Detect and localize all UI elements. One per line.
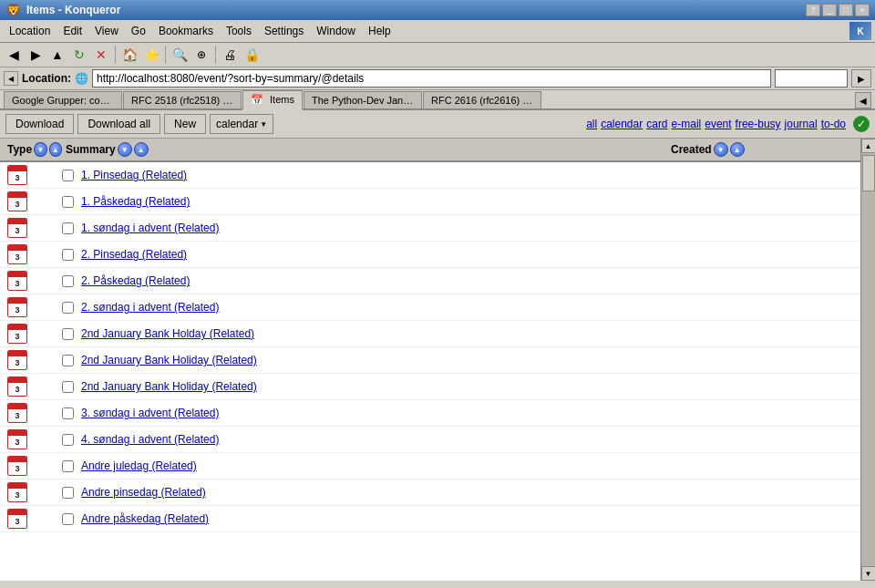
item-checkbox[interactable] (62, 222, 74, 234)
back-button[interactable]: ◀ (4, 45, 24, 65)
sort-summary-asc[interactable]: ▲ (134, 142, 149, 157)
check-icon: ✓ (853, 116, 870, 132)
quick-link-event[interactable]: event (705, 118, 731, 130)
scrollbar[interactable]: ▲ ▼ (860, 139, 875, 581)
calendar-item-icon: 3 (7, 165, 27, 185)
item-summary-col: 1. Påskedag (Related) (81, 195, 853, 208)
reload-button[interactable]: ↻ (69, 45, 89, 65)
item-link[interactable]: Andre juledag (Related) (81, 459, 197, 472)
sidebar-toggle[interactable]: ◀ (4, 71, 18, 86)
bookmarks-button[interactable]: ⭐ (141, 45, 161, 65)
item-checkbox[interactable] (62, 487, 74, 499)
item-summary-col: 2nd January Bank Holiday (Related) (81, 354, 853, 366)
close-button[interactable]: × (855, 4, 870, 16)
tab-items-favicon: 📅 (251, 94, 263, 105)
item-link[interactable]: Andre påskedag (Related) (81, 512, 209, 525)
quick-link-to-do[interactable]: to-do (821, 118, 846, 130)
quick-link-journal[interactable]: journal (785, 118, 818, 130)
calendar-item-icon: 3 (7, 350, 27, 370)
security-button[interactable]: 🔒 (242, 45, 262, 65)
item-checkbox[interactable] (62, 196, 74, 208)
item-checkbox[interactable] (62, 434, 74, 446)
calendar-item-icon: 3 (7, 297, 27, 317)
menu-settings[interactable]: Settings (259, 23, 309, 39)
calendar-dropdown[interactable]: calendar ▼ (210, 114, 273, 134)
item-checkbox[interactable] (62, 302, 74, 314)
stop-button[interactable]: ✕ (91, 45, 111, 65)
scroll-up-button[interactable]: ▲ (861, 139, 876, 153)
item-checkbox[interactable] (62, 249, 74, 261)
menu-go[interactable]: Go (126, 23, 151, 39)
item-link[interactable]: 4. søndag i advent (Related) (81, 433, 219, 446)
item-link[interactable]: 2nd January Bank Holiday (Related) (81, 380, 257, 393)
location-input[interactable] (92, 69, 771, 88)
sort-type-desc[interactable]: ▼ (34, 142, 46, 157)
forward-button[interactable]: ▶ (26, 45, 46, 65)
zoom-out-button[interactable]: 🔍 (170, 45, 190, 65)
item-link[interactable]: 1. Påskedag (Related) (81, 195, 190, 208)
item-checkbox[interactable] (62, 328, 74, 340)
item-link[interactable]: 1. Pinsedag (Related) (81, 169, 187, 181)
menu-view[interactable]: View (89, 23, 124, 39)
tab-python-dev[interactable]: The Python-Dev January 200... (304, 91, 422, 108)
scroll-thumb[interactable] (862, 155, 875, 191)
help-button[interactable]: ? (806, 4, 820, 16)
calendar-item-icon: 3 (7, 509, 27, 529)
tab-rfc2616[interactable]: RFC 2616 (rfc2616) - Hyper... (423, 91, 541, 108)
item-checkbox[interactable] (62, 513, 74, 525)
item-link[interactable]: 2nd January Bank Holday (Related) (81, 327, 254, 340)
tab-rfc2518[interactable]: RFC 2518 (rfc2518) - HTTP ... (123, 91, 242, 108)
item-checkbox[interactable] (62, 170, 74, 181)
item-checkbox[interactable] (62, 407, 74, 419)
item-checkbox[interactable] (62, 355, 74, 366)
sort-summary-desc[interactable]: ▼ (118, 142, 132, 157)
item-type-col: 3 (7, 509, 62, 529)
quick-link-free-busy[interactable]: free-busy (736, 118, 781, 130)
search-input[interactable] (775, 69, 848, 88)
list-item: 3 Andre juledag (Related) (0, 453, 860, 480)
new-button[interactable]: New (164, 114, 206, 134)
item-checkbox[interactable] (62, 460, 74, 472)
zoom-in-button[interactable]: ⊕ (191, 45, 211, 65)
item-link[interactable]: 2. Påskedag (Related) (81, 274, 190, 287)
download-button[interactable]: Download (5, 114, 74, 134)
home-button[interactable]: 🏠 (119, 45, 139, 65)
location-favicon: 🌐 (75, 72, 88, 85)
download-all-button[interactable]: Download all (77, 114, 160, 134)
tab-google-grupper[interactable]: Google Grupper: comp.lang.... (4, 91, 122, 108)
quick-link-calendar[interactable]: calendar (601, 118, 643, 130)
quick-link-all[interactable]: all (586, 118, 597, 130)
items-list: 3 1. Pinsedag (Related) 3 1. Påskedag (R… (0, 162, 860, 532)
print-button[interactable]: 🖨 (220, 45, 240, 65)
up-button[interactable]: ▲ (47, 45, 67, 65)
menu-bookmarks[interactable]: Bookmarks (153, 23, 219, 39)
item-summary-col: 2. Påskedag (Related) (81, 274, 853, 287)
scroll-down-button[interactable]: ▼ (861, 566, 876, 581)
minimize-button[interactable]: _ (822, 4, 837, 16)
quick-link-card[interactable]: card (646, 118, 667, 130)
menu-window[interactable]: Window (311, 23, 361, 39)
item-link[interactable]: 2. Pinsedag (Related) (81, 248, 187, 261)
maximize-button[interactable]: □ (839, 4, 853, 16)
item-link[interactable]: 3. søndag i advent (Related) (81, 407, 219, 419)
item-link[interactable]: 2nd January Bank Holiday (Related) (81, 354, 257, 366)
konqueror-logo: K (849, 22, 871, 40)
sort-created-asc[interactable]: ▲ (730, 142, 745, 157)
tabs-end-button[interactable]: ◀ (855, 92, 871, 108)
quick-link-email[interactable]: e-mail (672, 118, 702, 130)
dropdown-arrow-icon: ▼ (260, 120, 267, 129)
sort-created-desc[interactable]: ▼ (714, 142, 728, 157)
menu-help[interactable]: Help (363, 23, 396, 39)
menu-location[interactable]: Location (4, 23, 56, 39)
item-link[interactable]: 1. søndag i advent (Related) (81, 222, 219, 234)
item-checkbox[interactable] (62, 275, 74, 287)
search-go-button[interactable]: ▶ (851, 69, 871, 88)
tab-items[interactable]: 📅 Items (242, 90, 303, 110)
item-checkbox[interactable] (62, 381, 74, 393)
menu-tools[interactable]: Tools (221, 23, 257, 39)
item-link[interactable]: Andre pinsedag (Related) (81, 486, 206, 499)
item-link[interactable]: 2. søndag i advent (Related) (81, 301, 219, 314)
menu-edit[interactable]: Edit (57, 23, 88, 39)
sort-type-asc[interactable]: ▲ (49, 142, 62, 157)
scroll-track[interactable] (861, 153, 876, 566)
